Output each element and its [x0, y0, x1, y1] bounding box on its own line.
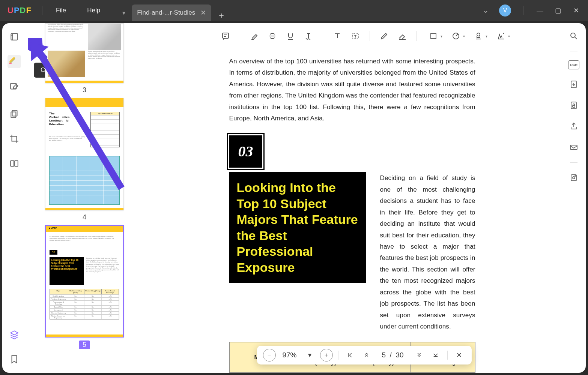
zoom-in-button[interactable]: +: [320, 349, 332, 362]
note-tool[interactable]: [217, 28, 234, 44]
dropdown-icon[interactable]: ⌄: [481, 6, 490, 15]
close-bar-button[interactable]: ✕: [453, 349, 466, 362]
share-icon[interactable]: [568, 120, 580, 132]
left-toolbar: Comment: [2, 23, 26, 373]
app-logo: UPDF: [8, 6, 32, 15]
svg-rect-3: [12, 110, 17, 116]
svg-point-19: [573, 177, 575, 179]
page-indicator[interactable]: 5 / 30: [376, 351, 409, 359]
edit-tool[interactable]: [8, 80, 21, 93]
layers-tool[interactable]: [8, 328, 21, 341]
highlight-tool[interactable]: [246, 28, 263, 44]
last-page-button[interactable]: [429, 349, 442, 362]
svg-rect-0: [11, 33, 17, 40]
squiggly-tool[interactable]: [300, 28, 317, 44]
strikethrough-tool[interactable]: [264, 28, 281, 44]
titlebar: UPDF File Help ▾ Find-and-...r-Studies ✕…: [0, 0, 588, 21]
protect-icon[interactable]: [568, 99, 580, 111]
next-page-button[interactable]: [413, 349, 426, 362]
tab-close-icon[interactable]: ✕: [200, 9, 206, 17]
ocr-icon[interactable]: OCR: [568, 60, 579, 69]
user-avatar[interactable]: V: [499, 4, 511, 16]
signature-tool[interactable]: ▾: [490, 28, 511, 44]
zoom-out-button[interactable]: −: [263, 349, 275, 362]
convert-icon[interactable]: [568, 78, 580, 90]
document-tab[interactable]: Find-and-...r-Studies ✕: [132, 4, 211, 21]
zoom-level: 97%: [279, 351, 299, 359]
section-heading: Looking Into the Top 10 Subject Majors T…: [229, 172, 366, 283]
menu-help[interactable]: Help: [77, 7, 111, 14]
text-tool[interactable]: [329, 28, 346, 44]
svg-rect-4: [11, 112, 16, 118]
intro-paragraph: An overview of the top 100 universities …: [229, 56, 475, 124]
section-number: 03: [229, 135, 262, 168]
minimize-button[interactable]: —: [535, 7, 544, 15]
svg-rect-1: [9, 63, 11, 64]
tab-title: Find-and-...r-Studies: [137, 9, 195, 16]
underline-tool[interactable]: [282, 28, 299, 44]
thumbnail-label: 5: [79, 340, 90, 349]
annotation-toolbar: ▾ ▾ ▾ ▾: [214, 25, 514, 47]
textbox-tool[interactable]: [347, 28, 364, 44]
bottom-nav-bar: − 97% ▾ + 5 / 30 ✕: [257, 346, 471, 364]
sticker-tool[interactable]: ▾: [445, 28, 466, 44]
stamp-tool[interactable]: ▾: [468, 28, 489, 44]
thumbnail-4[interactable]: TheGlobal sitiesLeading t ldEducation We…: [45, 98, 124, 221]
svg-rect-17: [570, 145, 577, 150]
organize-pages-tool[interactable]: [8, 107, 21, 121]
svg-point-12: [477, 33, 480, 36]
zoom-dropdown[interactable]: ▾: [303, 349, 316, 362]
search-icon[interactable]: [568, 30, 580, 42]
svg-rect-16: [573, 105, 575, 107]
maximize-button[interactable]: ▢: [553, 6, 562, 15]
svg-rect-10: [431, 33, 436, 39]
svg-rect-6: [15, 160, 18, 166]
svg-rect-5: [11, 160, 14, 166]
svg-point-13: [571, 33, 575, 38]
shape-tool[interactable]: ▾: [423, 28, 444, 44]
thumbnail-3[interactable]: Lorem ipsum dolor sit amet consectetur a…: [45, 23, 124, 94]
crop-tool[interactable]: [8, 132, 21, 146]
new-tab-button[interactable]: ＋: [211, 10, 232, 21]
document-page: An overview of the top 100 universities …: [208, 47, 497, 343]
svg-point-20: [575, 176, 576, 176]
eraser-tool[interactable]: [394, 28, 411, 44]
print-icon[interactable]: [568, 172, 580, 184]
document-area: ▾ ▾ ▾ ▾ An overview of the top 100 unive…: [143, 23, 586, 373]
section-body: Deciding on a field of study is one of t…: [380, 172, 475, 332]
prev-page-button[interactable]: [360, 349, 373, 362]
email-icon[interactable]: [568, 141, 580, 153]
pencil-tool[interactable]: [376, 28, 393, 44]
tab-list-dropdown[interactable]: ▾: [118, 4, 129, 21]
close-button[interactable]: ✕: [571, 6, 580, 15]
svg-rect-8: [223, 33, 229, 38]
thumbnail-5[interactable]: ■ UPDF An overview of the top 100 univer…: [45, 225, 124, 349]
compare-tool[interactable]: [8, 157, 21, 170]
comment-tool[interactable]: [8, 55, 21, 68]
menu-file[interactable]: File: [45, 7, 77, 14]
thumbnail-label: 3: [83, 86, 86, 94]
first-page-button[interactable]: [343, 349, 356, 362]
right-toolbar: OCR: [562, 23, 586, 373]
thumbnail-label: 4: [83, 213, 86, 221]
bookmark-tool[interactable]: [8, 352, 21, 366]
reader-tool[interactable]: [8, 30, 21, 44]
